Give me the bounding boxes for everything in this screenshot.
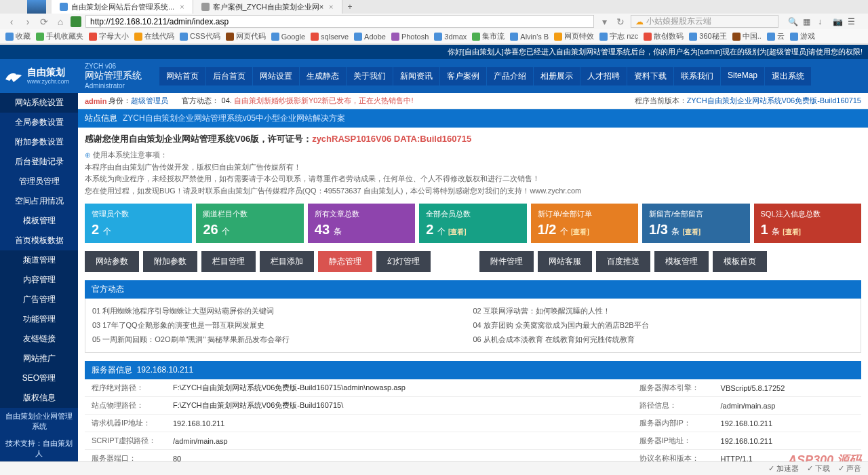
sidebar-item[interactable]: 管理员管理 xyxy=(0,172,78,191)
news-item[interactable]: 04 放弃团购 众美窝窝欲成为国内最大的酒店B2B平台 xyxy=(473,318,854,332)
shield-icon xyxy=(71,16,81,27)
sidebar-section[interactable]: 网站推广 xyxy=(0,349,78,368)
bookmark-item[interactable]: 中国.. xyxy=(732,31,762,41)
news-link[interactable]: 自由策划新婚纱摄影新Y02新已发布，正在火热销售中! xyxy=(234,96,414,104)
status-item[interactable]: ✓ 声音 xyxy=(838,463,861,474)
bookmark-item[interactable]: 3dmax xyxy=(434,33,467,41)
ext-icon[interactable]: ▦ xyxy=(803,17,812,26)
bookmark-item[interactable]: 游戏 xyxy=(790,31,815,41)
nav-tab[interactable]: 网站首页 xyxy=(159,67,206,86)
bookmark-item[interactable]: 集市流 xyxy=(472,31,505,41)
sidebar-item[interactable]: 空间占用情况 xyxy=(0,191,78,211)
nav-tab[interactable]: SiteMap xyxy=(721,67,765,86)
action-button[interactable]: 网站参数 xyxy=(85,251,139,272)
bookmark-item[interactable]: Adobe xyxy=(354,33,386,41)
bookmark-item[interactable]: 手机收藏夹 xyxy=(36,31,83,41)
action-button[interactable]: 模板管理 xyxy=(654,251,709,272)
sidebar-section[interactable]: 版权信息 xyxy=(0,388,78,408)
sidebar-section[interactable]: 友链链接 xyxy=(0,329,78,349)
action-button[interactable]: 网站客服 xyxy=(538,251,592,272)
action-button[interactable]: 附件管理 xyxy=(479,251,534,272)
nav-tab[interactable]: 相册展示 xyxy=(534,67,580,86)
bookmark-item[interactable]: 宇志 nzc xyxy=(599,31,638,41)
action-button[interactable]: 栏目管理 xyxy=(201,251,256,272)
close-icon[interactable]: × xyxy=(180,3,184,11)
back-button[interactable]: ‹ xyxy=(5,16,18,28)
bookmark-item[interactable]: 360秘王 xyxy=(689,31,726,41)
menu-icon[interactable]: ☰ xyxy=(848,17,857,26)
action-button[interactable]: 幻灯管理 xyxy=(376,251,431,272)
bookmark-item[interactable]: 在线代码 xyxy=(134,31,174,41)
dropdown-icon[interactable]: ▾ xyxy=(598,16,610,28)
stat-card[interactable]: 管理员个数2 个 xyxy=(85,204,192,243)
nav-tab[interactable]: 人才招聘 xyxy=(580,67,627,86)
news-item[interactable]: 01 利用蜘蛛池程序引导蜘蛛让大型网站霸屏你的关键词 xyxy=(92,304,473,318)
sidebar-item[interactable]: 后台登陆记录 xyxy=(0,152,78,172)
news-item[interactable]: 05 一周新闻回顾：O2O刷单"黑洞" 揭秘苹果新品发布会举行 xyxy=(92,332,473,347)
bookmark-item[interactable]: CSS代码 xyxy=(180,31,220,41)
stat-card[interactable]: 新留言/全部留言1/3 条[查看] xyxy=(642,204,749,243)
news-item[interactable]: 06 从机会成本淡教育 在线教育如何完胜传统教育 xyxy=(473,332,854,347)
stat-card[interactable]: 全部会员总数2 个[查看] xyxy=(419,204,526,243)
stat-card[interactable]: 频道栏目个数26 个 xyxy=(196,204,303,243)
bookmark-item[interactable]: 散创数码 xyxy=(644,31,684,41)
bookmark-item[interactable]: 云 xyxy=(767,31,785,41)
bookmark-item[interactable]: sqlserve xyxy=(311,33,349,41)
bookmark-item[interactable]: Google xyxy=(271,33,305,41)
sidebar-item[interactable]: 首页模板数据 xyxy=(0,231,78,250)
search-input[interactable]: 小姑娘握股东云端 xyxy=(631,15,778,28)
sidebar-item[interactable]: 附加参数设置 xyxy=(0,132,78,152)
search-icon[interactable]: 🔍 xyxy=(788,17,797,26)
nav-tab[interactable]: 资料下载 xyxy=(627,67,674,86)
bookmark-item[interactable]: 网页特效 xyxy=(554,31,594,41)
bookmark-item[interactable]: 收藏 xyxy=(5,31,31,41)
nav-tab[interactable]: 产品介绍 xyxy=(487,67,534,86)
news-item[interactable]: 02 互联网浮动营：如何唤醒沉睡的人性！ xyxy=(473,304,854,318)
nav-tab[interactable]: 客户案例 xyxy=(440,67,487,86)
action-button[interactable]: 百度推送 xyxy=(596,251,650,272)
stat-card[interactable]: 所有文章总数43 条 xyxy=(308,204,415,243)
version-link[interactable]: ZYCH自由策划企业网站系统V06免费版-Build160715 xyxy=(687,96,861,104)
status-item[interactable]: ✓ 加速器 xyxy=(768,463,799,474)
address-input[interactable] xyxy=(85,15,594,28)
sidebar-section[interactable]: 内容管理 xyxy=(0,270,78,290)
forward-button[interactable]: › xyxy=(22,16,34,28)
nav-tab[interactable]: 退出系统 xyxy=(765,67,812,86)
status-item[interactable]: ✓ 下载 xyxy=(807,463,830,474)
user-avatar[interactable] xyxy=(27,0,46,14)
nav-tab[interactable]: 后台首页 xyxy=(206,67,253,86)
stat-card[interactable]: SQL注入信息总数1 条[查看] xyxy=(754,204,861,243)
close-icon[interactable]: × xyxy=(329,3,333,11)
sidebar-section[interactable]: 功能管理 xyxy=(0,309,78,329)
reload-button[interactable]: ⟳ xyxy=(38,16,50,28)
browser-status-bar: ✓ 加速器✓ 下载✓ 声音 xyxy=(0,461,868,475)
browser-tab-0[interactable]: 自由策划企网站后台管理系统...× xyxy=(52,0,193,14)
nav-tab[interactable]: 生成静态 xyxy=(300,67,347,86)
sidebar-item[interactable]: 模板管理 xyxy=(0,211,78,231)
action-button[interactable]: 静态管理 xyxy=(318,251,372,272)
sidebar-section[interactable]: SEO管理 xyxy=(0,368,78,388)
nav-tab[interactable]: 新闻资讯 xyxy=(393,67,440,86)
download-icon[interactable]: ↓ xyxy=(818,17,827,26)
camera-icon[interactable]: 📷 xyxy=(833,17,842,26)
nav-tab[interactable]: 联系我们 xyxy=(674,67,721,86)
sidebar-group[interactable]: 网站系统设置 xyxy=(0,93,78,113)
sidebar-item[interactable]: 全局参数设置 xyxy=(0,113,78,132)
browser-tab-1[interactable]: 客户案例_ZYCH自由策划企业网×× xyxy=(193,0,342,14)
bookmark-item[interactable]: Photosh xyxy=(391,33,429,41)
home-button[interactable]: ⌂ xyxy=(54,16,66,28)
action-button[interactable]: 附加参数 xyxy=(143,251,197,272)
news-item[interactable]: 03 17年了QQ企鹅形象的演变也是一部互联网发展史 xyxy=(92,318,473,332)
new-tab-button[interactable]: + xyxy=(342,2,358,12)
nav-tab[interactable]: 网站设置 xyxy=(253,67,300,86)
stat-card[interactable]: 新订单/全部订单1/2 个[查看] xyxy=(531,204,638,243)
action-button[interactable]: 栏目添加 xyxy=(260,251,314,272)
bookmark-item[interactable]: 网页代码 xyxy=(226,31,266,41)
refresh-icon[interactable]: ↻ xyxy=(614,16,627,28)
bookmark-item[interactable]: 字母大小 xyxy=(89,31,129,41)
nav-tab[interactable]: 关于我们 xyxy=(347,67,393,86)
sidebar-section[interactable]: 广告管理 xyxy=(0,290,78,309)
bookmark-item[interactable]: Alvin's B xyxy=(510,33,549,41)
sidebar-section[interactable]: 频道管理 xyxy=(0,250,78,270)
action-button[interactable]: 模板首页 xyxy=(713,251,767,272)
